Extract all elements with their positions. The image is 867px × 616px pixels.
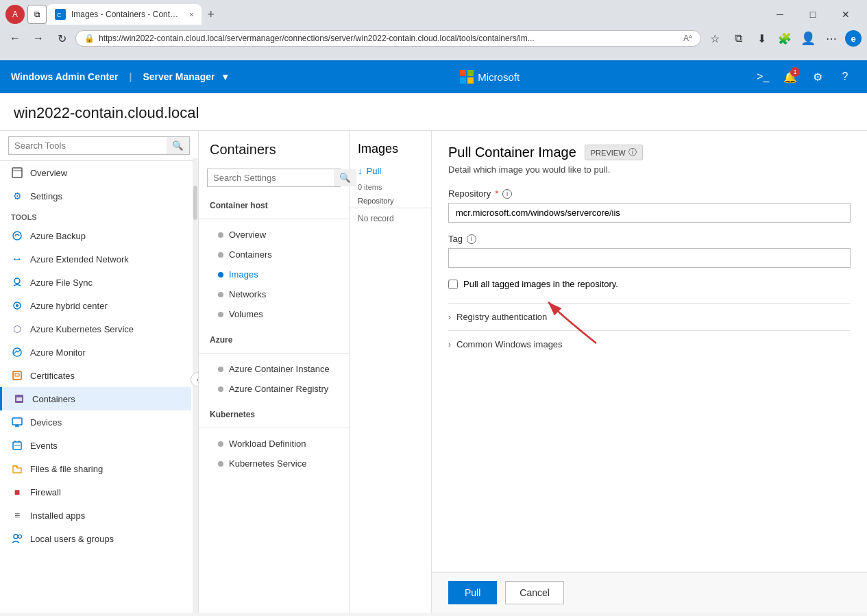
browser-tab[interactable]: C Images - Containers - Containers ×: [47, 4, 202, 25]
repository-info-icon[interactable]: i: [502, 189, 512, 199]
browser-chrome: A ⧉ C Images - Containers - Containers ×…: [0, 0, 867, 60]
back-btn[interactable]: ←: [5, 29, 25, 48]
tab-actions-btn[interactable]: ⧉: [729, 29, 748, 48]
help-btn[interactable]: ?: [834, 66, 856, 88]
containers-panel-search: 🔍: [199, 169, 349, 195]
tab-group-btn[interactable]: ⧉: [27, 5, 47, 24]
read-view-btn[interactable]: Aᴬ: [683, 34, 692, 43]
content-area: Containers 🔍 Container host Overview Con…: [199, 131, 867, 613]
panel-item-overview[interactable]: Overview: [199, 225, 349, 245]
notification-btn[interactable]: 🔔 1: [779, 66, 801, 88]
panel-item-dot-images: [218, 272, 223, 278]
devices-icon: [11, 416, 23, 428]
sidebar-collapse-btn[interactable]: ‹: [191, 372, 199, 387]
svg-rect-12: [16, 397, 22, 401]
panel-item-acr[interactable]: Azure Container Registry: [199, 379, 349, 399]
search-tools-input[interactable]: [9, 137, 167, 154]
profile-avatar[interactable]: A: [5, 5, 25, 24]
registry-auth-section[interactable]: › Registry authentication: [448, 303, 851, 330]
sidebar-item-label-events: Events: [30, 441, 58, 451]
azure-section: Azure: [199, 330, 349, 347]
terminal-btn[interactable]: >_: [752, 66, 774, 88]
svg-point-8: [13, 348, 21, 356]
checkbox-label: Pull all tagged images in the repository…: [463, 279, 618, 289]
sidebar-item-events[interactable]: Events: [0, 434, 191, 457]
panel-item-images[interactable]: Images: [199, 264, 349, 284]
sidebar-item-overview[interactable]: Overview: [0, 161, 191, 184]
repository-label: Repository * i: [448, 188, 851, 199]
containers-search-input[interactable]: [208, 169, 334, 186]
svg-point-7: [16, 304, 19, 307]
browser-actions: ☆ ⧉ ⬇ 🧩 👤 ⋯ e: [705, 29, 862, 48]
favorites-btn[interactable]: ☆: [705, 29, 724, 48]
tag-info-icon[interactable]: i: [467, 234, 476, 244]
tag-input[interactable]: [448, 248, 851, 268]
server-manager-label[interactable]: Server Manager: [143, 71, 215, 82]
sidebar-item-firewall[interactable]: ■ Firewall: [0, 480, 191, 504]
panel-item-containers[interactable]: Containers: [199, 245, 349, 264]
panel-item-volumes[interactable]: Volumes: [199, 304, 349, 324]
pull-images-btn[interactable]: ↓ Pull: [350, 162, 431, 180]
sidebar-item-azure-file-sync[interactable]: Azure File Sync: [0, 271, 191, 294]
edge-logo: e: [845, 30, 862, 47]
close-btn[interactable]: ✕: [830, 4, 862, 25]
preview-label: PREVIEW: [591, 149, 626, 157]
pull-label: Pull: [367, 166, 382, 176]
app-header-right: >_ 🔔 1 ⚙ ?: [752, 66, 856, 88]
settings-btn[interactable]: ⚙: [807, 66, 829, 88]
azure-file-sync-icon: [11, 276, 23, 288]
panel-item-label-workload: Workload Definition: [229, 439, 306, 449]
downloads-btn[interactable]: ⬇: [752, 29, 771, 48]
common-images-section[interactable]: › Common Windows images: [448, 330, 851, 358]
panel-item-k8s-service[interactable]: Kubernetes Service: [199, 454, 349, 473]
pull-panel-desc: Detail which image you would like to pul…: [448, 164, 851, 175]
panel-item-networks[interactable]: Networks: [199, 284, 349, 304]
sidebar-item-settings[interactable]: ⚙ Settings: [0, 184, 191, 208]
sidebar-item-azure-monitor[interactable]: Azure Monitor: [0, 341, 191, 364]
tag-label-text: Tag: [448, 234, 463, 244]
server-manager-dropdown[interactable]: ▾: [223, 71, 228, 82]
sidebar-item-certificates[interactable]: Certificates: [0, 364, 191, 387]
svg-text:C: C: [57, 12, 62, 19]
new-tab-btn[interactable]: +: [202, 8, 220, 22]
tab-close-btn[interactable]: ×: [189, 10, 193, 19]
forward-btn[interactable]: →: [29, 29, 48, 48]
panel-item-workload[interactable]: Workload Definition: [199, 434, 349, 454]
extensions-btn[interactable]: 🧩: [775, 29, 794, 48]
search-tools-btn[interactable]: 🔍: [167, 137, 189, 154]
notification-badge: 1: [790, 67, 800, 77]
maximize-btn[interactable]: □: [797, 4, 829, 25]
repository-input[interactable]: [448, 203, 851, 223]
panel-item-label-networks: Networks: [229, 289, 266, 299]
sidebar-item-files[interactable]: Files & file sharing: [0, 457, 191, 480]
sidebar-item-azure-hybrid[interactable]: Azure hybrid center: [0, 294, 191, 317]
minimize-btn[interactable]: ─: [764, 4, 796, 25]
containers-icon: [13, 393, 25, 405]
panel-item-label-volumes: Volumes: [229, 309, 263, 319]
panel-item-dot-containers: [218, 252, 223, 258]
menu-btn[interactable]: ⋯: [822, 29, 841, 48]
panel-item-dot-overview: [218, 232, 223, 238]
sidebar-item-containers[interactable]: Containers: [0, 387, 191, 410]
azure-backup-icon: [11, 230, 23, 242]
sidebar-item-azure-backup[interactable]: Azure Backup: [0, 224, 191, 247]
address-bar[interactable]: 🔒 https://win2022-contain.cloud.local/se…: [75, 30, 701, 47]
ms-sq-yellow: [467, 77, 474, 84]
sidebar-item-local-users[interactable]: Local users & groups: [0, 527, 191, 550]
sidebar-item-devices[interactable]: Devices: [0, 410, 191, 434]
profile-btn[interactable]: 👤: [798, 29, 818, 48]
local-users-icon: [11, 532, 23, 545]
pull-btn[interactable]: Pull: [448, 581, 497, 604]
app-name: Windows Admin Center: [11, 71, 118, 82]
svg-point-5: [14, 278, 20, 284]
cancel-btn[interactable]: Cancel: [505, 581, 564, 604]
sidebar-item-kubernetes[interactable]: ⬡ Azure Kubernetes Service: [0, 317, 191, 341]
kubernetes-icon: ⬡: [11, 323, 23, 335]
refresh-btn[interactable]: ↻: [52, 29, 71, 48]
sidebar-item-label-azure-hybrid: Azure hybrid center: [30, 301, 108, 311]
sidebar-item-azure-extended[interactable]: ↔ Azure Extended Network: [0, 247, 191, 271]
panel-item-aci[interactable]: Azure Container Instance: [199, 359, 349, 379]
pull-all-checkbox[interactable]: [448, 280, 458, 289]
sidebar-item-installed-apps[interactable]: ≡ Installed apps: [0, 504, 191, 527]
svg-rect-9: [13, 371, 21, 380]
